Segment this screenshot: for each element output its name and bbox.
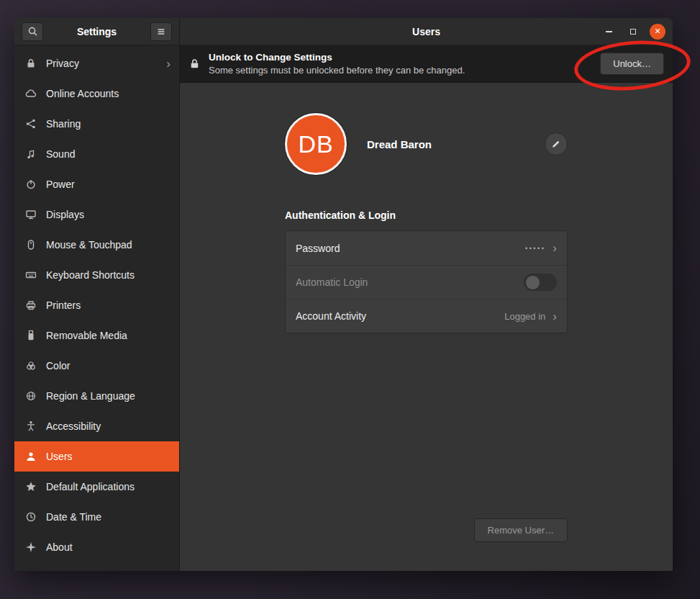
main-panel: Users ✕ Unlock to Change Settings Some s… (180, 18, 673, 571)
sidebar-item-sharing[interactable]: Sharing (14, 109, 179, 139)
globe-icon (25, 390, 37, 402)
password-right: ••••• › (525, 242, 557, 254)
sidebar-item-label: Date & Time (46, 511, 101, 523)
sidebar-item-mouse-touchpad[interactable]: Mouse & Touchpad (14, 230, 179, 260)
sidebar-list: Privacy › Online Accounts Sharing Sound (14, 45, 179, 571)
automatic-login-row: Automatic Login (286, 265, 567, 299)
headerbar: Users ✕ (180, 18, 673, 45)
minimize-icon (606, 31, 612, 32)
hamburger-icon (156, 27, 166, 37)
accessibility-icon (25, 420, 37, 432)
sidebar-item-label: Printers (46, 300, 81, 311)
search-button[interactable] (22, 22, 43, 41)
banner-text: Unlock to Change Settings Some settings … (209, 52, 465, 76)
sidebar-item-displays[interactable]: Displays (14, 199, 179, 230)
sidebar-item-online-accounts[interactable]: Online Accounts (14, 78, 179, 109)
keyboard-icon (25, 269, 37, 281)
sidebar-item-label: Users (46, 451, 73, 462)
account-activity-label: Account Activity (296, 310, 366, 322)
clock-icon (25, 511, 37, 523)
starburst-icon (25, 541, 37, 553)
sidebar-item-label: Displays (46, 209, 84, 220)
avatar[interactable]: DB (285, 113, 347, 175)
chevron-right-icon: › (166, 58, 171, 70)
content-column: DB Dread Baron Authentication & Login Pa (285, 83, 568, 571)
automatic-login-label: Automatic Login (296, 276, 368, 288)
sidebar-item-removable-media[interactable]: Removable Media (14, 320, 179, 351)
printer-icon (25, 300, 37, 311)
sidebar-item-power[interactable]: Power (14, 169, 179, 199)
sidebar-item-date-time[interactable]: Date & Time (14, 502, 179, 532)
user-icon (25, 451, 37, 462)
sidebar-item-sound[interactable]: Sound (14, 139, 179, 169)
sidebar-item-label: Sound (46, 148, 75, 160)
monitor-icon (25, 209, 37, 220)
account-activity-right: Logged in › (504, 310, 557, 323)
sidebar-item-color[interactable]: Color (14, 351, 179, 381)
maximize-button[interactable] (625, 24, 641, 40)
chevron-right-icon: › (553, 310, 557, 323)
sidebar-item-label: Sharing (46, 118, 81, 130)
remove-user-button[interactable]: Remove User… (474, 518, 568, 542)
sidebar-item-label: About (46, 541, 73, 553)
menu-button[interactable] (150, 22, 172, 41)
pencil-icon (551, 139, 561, 149)
user-row: DB Dread Baron (285, 113, 568, 175)
music-note-icon (25, 148, 37, 160)
flash-drive-icon (25, 330, 37, 341)
chevron-right-icon: › (553, 242, 557, 254)
sidebar-item-label: Privacy (46, 58, 79, 69)
account-activity-value: Logged in (504, 311, 545, 322)
toggle-knob (526, 276, 540, 289)
sidebar-item-label: Region & Language (46, 390, 135, 402)
sidebar-item-label: Default Applications (46, 481, 135, 492)
cloud-icon (25, 88, 37, 99)
sidebar-item-label: Power (46, 179, 75, 190)
color-profile-icon (25, 360, 37, 371)
password-row[interactable]: Password ••••• › (286, 231, 567, 265)
sidebar-item-users[interactable]: Users (14, 441, 179, 472)
minimize-button[interactable] (601, 24, 617, 40)
avatar-initials: DB (298, 130, 333, 158)
sidebar-item-accessibility[interactable]: Accessibility (14, 411, 179, 441)
unlock-button[interactable]: Unlock… (600, 53, 664, 75)
sidebar-item-label: Removable Media (46, 330, 127, 341)
automatic-login-toggle[interactable] (524, 274, 557, 291)
sidebar-item-label: Color (46, 360, 70, 371)
sidebar-item-label: Online Accounts (46, 88, 119, 99)
privacy-lock-icon (25, 58, 37, 69)
automatic-login-right (524, 274, 557, 291)
sidebar-item-about[interactable]: About (14, 532, 179, 562)
window-controls: ✕ (601, 24, 673, 40)
star-icon (25, 481, 37, 492)
sidebar-item-region-language[interactable]: Region & Language (14, 381, 179, 411)
maximize-icon (630, 29, 636, 35)
sidebar-item-printers[interactable]: Printers (14, 290, 179, 320)
share-icon (25, 118, 37, 130)
sidebar-item-default-applications[interactable]: Default Applications (14, 472, 179, 502)
close-icon: ✕ (654, 27, 660, 35)
search-icon (27, 26, 38, 37)
sidebar-title: Settings (49, 26, 145, 37)
sidebar-item-privacy[interactable]: Privacy › (14, 48, 179, 78)
page-title: Users (180, 26, 673, 37)
sidebar-header: Settings (14, 18, 179, 45)
banner-lock-icon (188, 58, 201, 70)
settings-window: Settings Privacy › Online Accounts (14, 18, 673, 571)
unlock-banner: Unlock to Change Settings Some settings … (180, 45, 673, 83)
sidebar-item-keyboard-shortcuts[interactable]: Keyboard Shortcuts (14, 260, 179, 290)
edit-name-button[interactable] (545, 132, 568, 156)
banner-subtitle: Some settings must be unlocked before th… (209, 65, 465, 76)
password-label: Password (296, 243, 340, 254)
sidebar: Settings Privacy › Online Accounts (14, 18, 180, 571)
auth-section-heading: Authentication & Login (285, 210, 568, 221)
auth-list: Password ••••• › Automatic Login (285, 230, 568, 333)
close-button[interactable]: ✕ (650, 24, 665, 40)
account-activity-row[interactable]: Account Activity Logged in › (286, 299, 567, 333)
mouse-icon (25, 239, 37, 251)
desktop-background: Settings Privacy › Online Accounts (0, 0, 700, 599)
sidebar-item-label: Accessibility (46, 420, 101, 432)
sidebar-item-label: Mouse & Touchpad (46, 239, 132, 251)
user-name: Dread Baron (367, 138, 432, 150)
sidebar-item-label: Keyboard Shortcuts (46, 269, 135, 281)
